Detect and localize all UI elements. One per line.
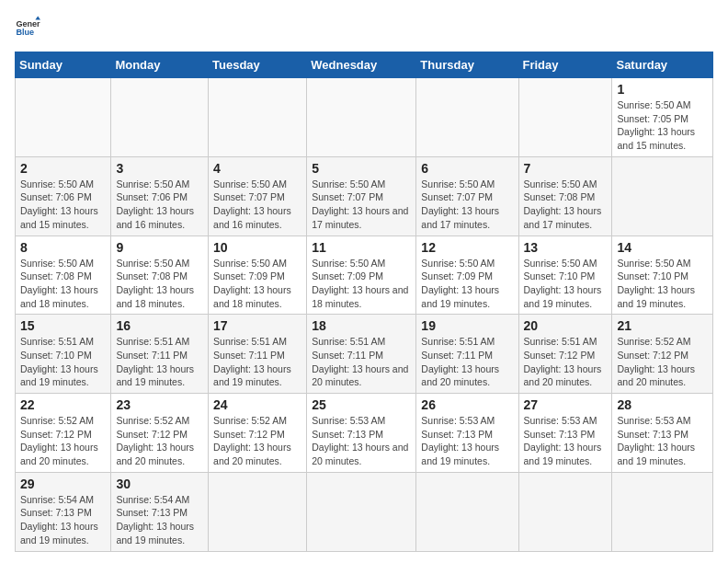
empty-cell <box>518 78 612 157</box>
day-cell: 12 Sunrise: 5:50 AMSunset: 7:09 PMDaylig… <box>416 236 518 315</box>
week-row: 1 Sunrise: 5:50 AMSunset: 7:05 PMDayligh… <box>16 78 713 157</box>
col-header-tuesday: Tuesday <box>209 52 307 78</box>
day-info: Sunrise: 5:50 AMSunset: 7:08 PMDaylight:… <box>116 257 203 311</box>
day-number: 22 <box>20 397 106 412</box>
day-info: Sunrise: 5:50 AMSunset: 7:06 PMDaylight:… <box>20 178 106 232</box>
day-number: 19 <box>421 318 513 333</box>
day-cell: 18 Sunrise: 5:51 AMSunset: 7:11 PMDaylig… <box>307 315 416 394</box>
day-info: Sunrise: 5:53 AMSunset: 7:13 PMDaylight:… <box>312 414 411 468</box>
day-info: Sunrise: 5:51 AMSunset: 7:10 PMDaylight:… <box>20 335 106 389</box>
day-info: Sunrise: 5:50 AMSunset: 7:07 PMDaylight:… <box>213 178 301 232</box>
day-number: 24 <box>213 397 301 412</box>
svg-marker-2 <box>35 16 40 19</box>
day-info: Sunrise: 5:54 AMSunset: 7:13 PMDaylight:… <box>116 493 203 547</box>
day-cell: 25 Sunrise: 5:53 AMSunset: 7:13 PMDaylig… <box>307 394 416 473</box>
day-number: 11 <box>312 240 411 255</box>
day-info: Sunrise: 5:50 AMSunset: 7:09 PMDaylight:… <box>421 257 513 311</box>
day-number: 2 <box>20 161 106 176</box>
day-cell: 21 Sunrise: 5:52 AMSunset: 7:12 PMDaylig… <box>612 315 713 394</box>
day-number: 9 <box>116 240 203 255</box>
logo-icon: General Blue <box>15 15 40 40</box>
day-cell: 5 Sunrise: 5:50 AMSunset: 7:07 PMDayligh… <box>307 156 416 236</box>
day-info: Sunrise: 5:52 AMSunset: 7:12 PMDaylight:… <box>213 414 301 468</box>
week-row: 15 Sunrise: 5:51 AMSunset: 7:10 PMDaylig… <box>16 315 713 394</box>
day-info: Sunrise: 5:51 AMSunset: 7:11 PMDaylight:… <box>312 335 411 389</box>
day-number: 12 <box>421 240 513 255</box>
day-number: 6 <box>421 161 513 176</box>
day-cell: 20 Sunrise: 5:51 AMSunset: 7:12 PMDaylig… <box>518 315 612 394</box>
day-number: 3 <box>116 161 203 176</box>
day-cell: 3 Sunrise: 5:50 AMSunset: 7:06 PMDayligh… <box>111 156 209 236</box>
day-info: Sunrise: 5:50 AMSunset: 7:08 PMDaylight:… <box>524 178 608 232</box>
day-cell <box>612 472 713 551</box>
day-info: Sunrise: 5:50 AMSunset: 7:10 PMDaylight:… <box>524 257 608 311</box>
day-cell: 22 Sunrise: 5:52 AMSunset: 7:12 PMDaylig… <box>16 394 111 473</box>
day-cell: 1 Sunrise: 5:50 AMSunset: 7:05 PMDayligh… <box>612 78 713 157</box>
day-cell: 29 Sunrise: 5:54 AMSunset: 7:13 PMDaylig… <box>16 472 111 551</box>
day-cell: 9 Sunrise: 5:50 AMSunset: 7:08 PMDayligh… <box>111 236 209 315</box>
day-number: 8 <box>20 240 106 255</box>
day-number: 14 <box>617 240 708 255</box>
day-cell: 24 Sunrise: 5:52 AMSunset: 7:12 PMDaylig… <box>209 394 307 473</box>
week-row: 8 Sunrise: 5:50 AMSunset: 7:08 PMDayligh… <box>16 236 713 315</box>
day-info: Sunrise: 5:52 AMSunset: 7:12 PMDaylight:… <box>116 414 203 468</box>
day-number: 16 <box>116 318 203 333</box>
day-cell: 14 Sunrise: 5:50 AMSunset: 7:10 PMDaylig… <box>612 236 713 315</box>
header-row: SundayMondayTuesdayWednesdayThursdayFrid… <box>16 52 713 78</box>
day-number: 21 <box>617 318 708 333</box>
day-number: 15 <box>20 318 106 333</box>
day-info: Sunrise: 5:50 AMSunset: 7:09 PMDaylight:… <box>213 257 301 311</box>
day-info: Sunrise: 5:51 AMSunset: 7:11 PMDaylight:… <box>213 335 301 389</box>
day-info: Sunrise: 5:51 AMSunset: 7:11 PMDaylight:… <box>116 335 203 389</box>
day-cell: 7 Sunrise: 5:50 AMSunset: 7:08 PMDayligh… <box>518 156 612 236</box>
day-info: Sunrise: 5:50 AMSunset: 7:07 PMDaylight:… <box>421 178 513 232</box>
day-cell: 15 Sunrise: 5:51 AMSunset: 7:10 PMDaylig… <box>16 315 111 394</box>
day-cell: 26 Sunrise: 5:53 AMSunset: 7:13 PMDaylig… <box>416 394 518 473</box>
day-number: 25 <box>312 397 411 412</box>
day-number: 7 <box>524 161 608 176</box>
day-number: 5 <box>312 161 411 176</box>
empty-cell <box>307 78 416 157</box>
col-header-monday: Monday <box>111 52 209 78</box>
day-info: Sunrise: 5:50 AMSunset: 7:05 PMDaylight:… <box>617 98 708 153</box>
day-info: Sunrise: 5:50 AMSunset: 7:09 PMDaylight:… <box>312 257 411 311</box>
day-number: 28 <box>617 397 708 412</box>
day-cell <box>307 472 416 551</box>
day-cell: 10 Sunrise: 5:50 AMSunset: 7:09 PMDaylig… <box>209 236 307 315</box>
day-number: 20 <box>524 318 608 333</box>
day-cell <box>518 472 612 551</box>
day-number: 4 <box>213 161 301 176</box>
day-cell: 4 Sunrise: 5:50 AMSunset: 7:07 PMDayligh… <box>209 156 307 236</box>
day-number: 26 <box>421 397 513 412</box>
day-cell: 23 Sunrise: 5:52 AMSunset: 7:12 PMDaylig… <box>111 394 209 473</box>
day-cell <box>416 472 518 551</box>
day-cell: 2 Sunrise: 5:50 AMSunset: 7:06 PMDayligh… <box>16 156 111 236</box>
empty-cell <box>16 78 111 157</box>
empty-cell <box>416 78 518 157</box>
day-cell <box>612 156 713 236</box>
day-cell: 28 Sunrise: 5:53 AMSunset: 7:13 PMDaylig… <box>612 394 713 473</box>
col-header-friday: Friday <box>518 52 612 78</box>
day-cell: 27 Sunrise: 5:53 AMSunset: 7:13 PMDaylig… <box>518 394 612 473</box>
day-info: Sunrise: 5:51 AMSunset: 7:12 PMDaylight:… <box>524 335 608 389</box>
day-info: Sunrise: 5:52 AMSunset: 7:12 PMDaylight:… <box>617 335 708 389</box>
day-cell: 13 Sunrise: 5:50 AMSunset: 7:10 PMDaylig… <box>518 236 612 315</box>
day-info: Sunrise: 5:51 AMSunset: 7:11 PMDaylight:… <box>421 335 513 389</box>
day-info: Sunrise: 5:50 AMSunset: 7:06 PMDaylight:… <box>116 178 203 232</box>
svg-text:Blue: Blue <box>16 28 34 37</box>
day-info: Sunrise: 5:50 AMSunset: 7:07 PMDaylight:… <box>312 178 411 232</box>
day-cell: 30 Sunrise: 5:54 AMSunset: 7:13 PMDaylig… <box>111 472 209 551</box>
calendar-table: SundayMondayTuesdayWednesdayThursdayFrid… <box>15 52 713 552</box>
day-info: Sunrise: 5:50 AMSunset: 7:10 PMDaylight:… <box>617 257 708 311</box>
day-cell: 8 Sunrise: 5:50 AMSunset: 7:08 PMDayligh… <box>16 236 111 315</box>
day-cell: 17 Sunrise: 5:51 AMSunset: 7:11 PMDaylig… <box>209 315 307 394</box>
day-number: 23 <box>116 397 203 412</box>
col-header-thursday: Thursday <box>416 52 518 78</box>
day-cell: 19 Sunrise: 5:51 AMSunset: 7:11 PMDaylig… <box>416 315 518 394</box>
day-number: 17 <box>213 318 301 333</box>
day-number: 1 <box>617 82 708 97</box>
day-cell: 11 Sunrise: 5:50 AMSunset: 7:09 PMDaylig… <box>307 236 416 315</box>
week-row: 29 Sunrise: 5:54 AMSunset: 7:13 PMDaylig… <box>16 472 713 551</box>
day-number: 27 <box>524 397 608 412</box>
week-row: 22 Sunrise: 5:52 AMSunset: 7:12 PMDaylig… <box>16 394 713 473</box>
